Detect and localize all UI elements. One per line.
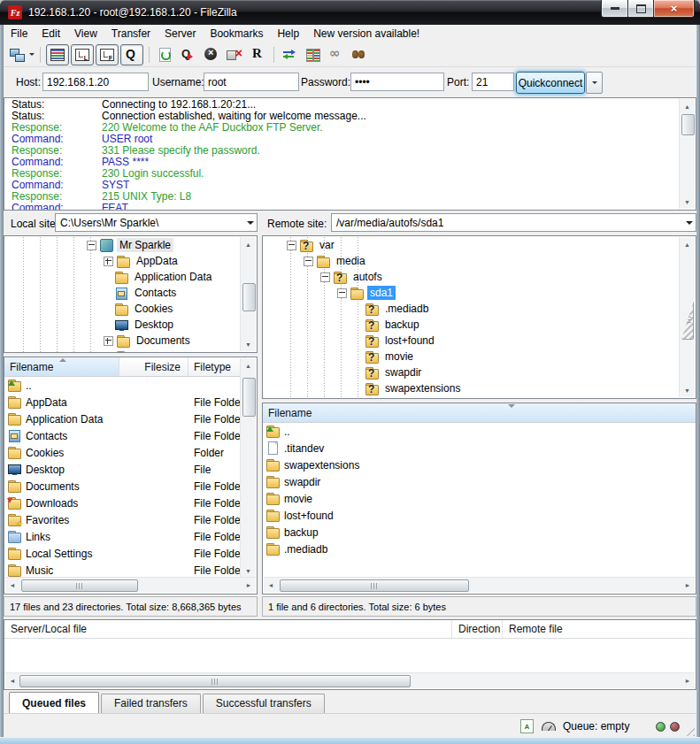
scroll-left-icon[interactable]: ◄ xyxy=(264,578,278,593)
tree-item-lost-found[interactable]: ?lost+found xyxy=(263,333,680,349)
collapse-icon[interactable] xyxy=(337,288,347,298)
port-input[interactable] xyxy=(472,73,514,91)
local-list-hscrollbar[interactable]: ◄ ► xyxy=(5,577,256,593)
tree-item-mediadb[interactable]: ?.mediadb xyxy=(263,301,680,317)
scroll-up-icon[interactable]: ▲ xyxy=(680,237,695,251)
collapse-icon[interactable] xyxy=(320,272,330,282)
scroll-thumb[interactable] xyxy=(681,301,694,340)
scroll-down-icon[interactable]: ▼ xyxy=(680,195,695,209)
file-row-swapdir[interactable]: swapdir xyxy=(263,473,696,490)
column-header-filetype[interactable]: Filetype xyxy=(188,357,245,376)
file-row-application-data[interactable]: Application DataFile Folder xyxy=(4,410,241,427)
file-row-movie[interactable]: movie xyxy=(263,490,696,507)
tree-item-swapextensions[interactable]: ?swapextensions xyxy=(263,380,680,396)
menu-bookmarks[interactable]: Bookmarks xyxy=(203,26,270,42)
scroll-thumb[interactable] xyxy=(242,283,256,311)
file-row-desktop[interactable]: DesktopFile xyxy=(4,461,241,478)
tree-item-appdata[interactable]: AppData xyxy=(4,253,241,269)
scroll-thumb[interactable] xyxy=(19,675,411,687)
site-manager-button[interactable] xyxy=(10,45,35,65)
minimize-button[interactable] xyxy=(601,0,628,18)
expand-icon[interactable] xyxy=(104,257,113,266)
menu-view[interactable]: View xyxy=(67,26,104,42)
combo-arrow[interactable] xyxy=(683,218,696,228)
title-bar[interactable]: Fz 192.168.1.20 - root@192.168.1.20 - Fi… xyxy=(0,0,700,25)
remote-site-combo[interactable]: /var/media/autofs/sda1 xyxy=(331,213,696,232)
host-input[interactable] xyxy=(42,73,149,91)
file-row-mediadb[interactable]: .mediadb xyxy=(263,541,696,557)
expand-icon[interactable] xyxy=(104,352,113,353)
file-row-contacts[interactable]: ContactsFile Folder xyxy=(4,427,241,444)
file-row-favorites[interactable]: ★FavoritesFile Folder xyxy=(4,511,241,528)
toggle-local-tree-button[interactable] xyxy=(71,44,94,65)
column-header-filename[interactable]: Filename xyxy=(4,357,119,376)
maximize-button[interactable] xyxy=(628,0,653,18)
collapse-icon[interactable] xyxy=(304,257,313,266)
scroll-up-icon[interactable]: ▲ xyxy=(241,358,256,372)
quickconnect-dropdown-button[interactable] xyxy=(586,72,603,94)
collapse-icon[interactable] xyxy=(87,241,96,250)
file-row-swapextensions[interactable]: swapextensions xyxy=(263,456,696,473)
scroll-down-icon[interactable]: ▼ xyxy=(241,337,256,351)
tree-item-downloads[interactable]: Downloads xyxy=(4,349,241,352)
toggle-queue-button[interactable] xyxy=(120,44,143,65)
tree-item-dvd[interactable]: ?dvd xyxy=(263,396,680,398)
remote-list-hscrollbar[interactable]: ◄ ► xyxy=(264,577,695,593)
resize-grip[interactable] xyxy=(684,725,695,736)
scroll-right-icon[interactable]: ► xyxy=(681,673,695,688)
expand-icon[interactable] xyxy=(104,336,113,346)
directory-comparison-button[interactable] xyxy=(303,45,324,65)
menu-server[interactable]: Server xyxy=(158,26,203,42)
local-site-combo[interactable]: C:\Users\Mr Sparkle\ xyxy=(55,213,258,232)
queue-column-header-direction[interactable]: Direction xyxy=(452,620,503,638)
scroll-left-icon[interactable]: ◄ xyxy=(5,578,19,593)
synchronized-browsing-button[interactable] xyxy=(280,45,301,65)
tree-item-contacts[interactable]: Contacts xyxy=(4,285,241,301)
tree-item-autofs[interactable]: ?autofs xyxy=(263,269,680,285)
file-row-appdata[interactable]: AppDataFile Folder xyxy=(4,394,241,410)
scroll-down-icon[interactable]: ▼ xyxy=(680,383,695,397)
log-scrollbar[interactable]: ▲ ▼ xyxy=(679,99,695,209)
reconnect-button[interactable] xyxy=(247,45,268,65)
tab-successful-transfers[interactable]: Successful transfers xyxy=(203,694,325,713)
scroll-thumb[interactable] xyxy=(21,579,138,592)
tree-item-media[interactable]: media xyxy=(263,253,680,269)
menu-file[interactable]: File xyxy=(4,26,35,42)
scroll-up-icon[interactable]: ▲ xyxy=(241,237,256,251)
queue-column-header-remote-file[interactable]: Remote file xyxy=(503,620,696,638)
tree-item-mr-sparkle[interactable]: Mr Sparkle xyxy=(4,237,241,253)
menu-help[interactable]: Help xyxy=(270,26,306,42)
tree-item-swapdir[interactable]: ?swapdir xyxy=(263,364,680,380)
file-row-music[interactable]: MusicFile Folder xyxy=(4,562,241,578)
scroll-right-icon[interactable]: ► xyxy=(681,578,695,593)
tree-item-sda1[interactable]: sda1 xyxy=(263,285,680,301)
scroll-left-icon[interactable]: ◄ xyxy=(5,673,19,688)
file-row-titandev[interactable]: .titandev xyxy=(263,440,696,456)
collapse-icon[interactable] xyxy=(287,241,296,250)
column-header-filesize[interactable]: Filesize xyxy=(119,357,188,376)
scroll-thumb[interactable] xyxy=(242,378,256,417)
menu-transfer[interactable]: Transfer xyxy=(104,26,158,42)
username-input[interactable] xyxy=(204,73,299,91)
scroll-up-icon[interactable]: ▲ xyxy=(680,99,695,113)
file-row-local-settings[interactable]: Local SettingsFile Folder xyxy=(4,545,241,562)
password-input[interactable] xyxy=(350,73,444,91)
column-header-filename[interactable]: Filename xyxy=(263,403,696,422)
tree-item-desktop[interactable]: Desktop xyxy=(4,317,241,333)
local-tree-scrollbar[interactable]: ▲ ▼ xyxy=(240,237,256,351)
filter-button[interactable] xyxy=(349,45,370,65)
quickconnect-button[interactable]: Quickconnect xyxy=(516,72,585,94)
file-row-documents[interactable]: DocumentsFile Folder xyxy=(4,478,241,495)
disconnect-button[interactable] xyxy=(224,45,245,65)
menu-edit[interactable]: Edit xyxy=(35,26,67,42)
file-row-[interactable]: .. xyxy=(4,377,241,394)
file-row-links[interactable]: LinksFile Folder xyxy=(4,528,241,545)
file-row-[interactable]: .. xyxy=(263,423,696,440)
file-row-downloads[interactable]: DownloadsFile Folder xyxy=(4,495,241,511)
tab-queued-files[interactable]: Queued files xyxy=(9,692,99,713)
scroll-right-icon[interactable]: ► xyxy=(242,578,256,593)
process-queue-button[interactable] xyxy=(178,45,199,65)
file-row-cookies[interactable]: CookiesFolder xyxy=(4,444,241,461)
queue-hscrollbar[interactable]: ◄ ► xyxy=(5,672,695,688)
cancel-button[interactable] xyxy=(201,45,222,65)
